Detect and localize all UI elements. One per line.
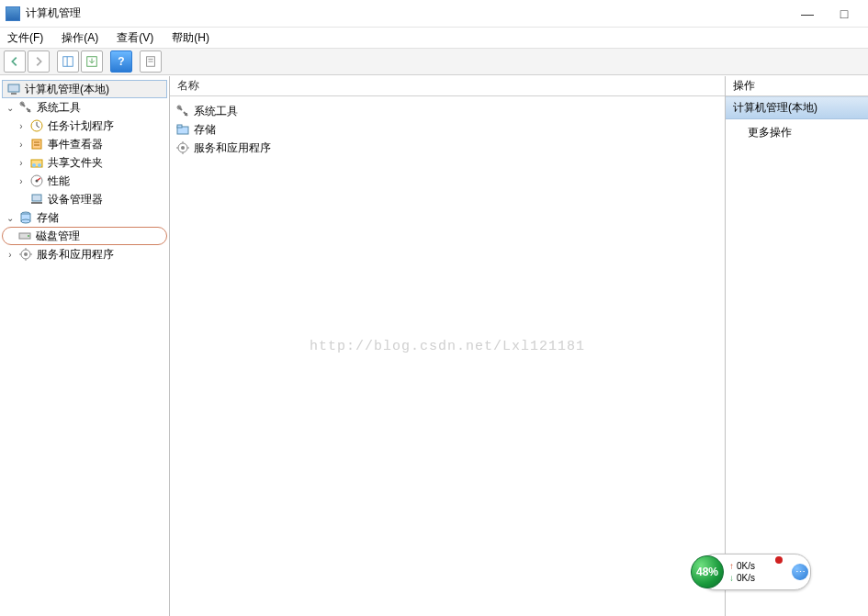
- widget-alert-dot: [775, 556, 783, 564]
- svg-rect-29: [185, 113, 187, 116]
- titlebar: 计算机管理 — □ ×: [0, 0, 868, 28]
- list-body: 系统工具 存储 服务和应用程序: [170, 96, 725, 162]
- storage-folder-icon: [175, 122, 190, 137]
- tree-storage-label: 存储: [37, 210, 59, 226]
- storage-icon: [18, 210, 33, 225]
- widget-percent-ball[interactable]: 48%: [691, 555, 724, 588]
- widget-expand-button[interactable]: ⋯: [792, 564, 808, 580]
- tree-event-viewer-label: 事件查看器: [48, 137, 103, 152]
- svg-rect-20: [31, 202, 42, 204]
- tree-disk-management-label: 磁盘管理: [36, 229, 80, 244]
- chevron-right-icon[interactable]: ›: [15, 156, 28, 169]
- svg-rect-7: [11, 93, 17, 95]
- services-icon: [18, 247, 33, 262]
- menu-help[interactable]: 帮助(H): [168, 28, 213, 48]
- performance-icon: [29, 174, 44, 188]
- toolbar-properties-button[interactable]: [140, 50, 162, 73]
- svg-point-15: [32, 163, 36, 167]
- chevron-right-icon[interactable]: ›: [15, 174, 28, 187]
- tree-task-scheduler[interactable]: › 任务计划程序: [2, 117, 167, 135]
- list-item-system-tools[interactable]: 系统工具: [174, 102, 721, 120]
- tree-pane: 计算机管理(本地) ⌄ 系统工具 › 任务计划程序 › 事件查看器 ›: [0, 76, 170, 616]
- device-icon: [29, 192, 44, 207]
- watermark: http://blog.csdn.net/Lxl121181: [310, 339, 585, 354]
- toolbar-export-button[interactable]: [81, 50, 103, 73]
- svg-point-33: [181, 146, 185, 150]
- svg-rect-9: [28, 109, 30, 112]
- list-item-storage[interactable]: 存储: [174, 120, 721, 139]
- disk-icon: [17, 229, 32, 243]
- list-item-label: 服务和应用程序: [194, 140, 271, 156]
- tree-services-apps[interactable]: › 服务和应用程序: [2, 245, 167, 263]
- chevron-right-icon[interactable]: ›: [15, 119, 28, 132]
- computer-icon: [6, 82, 21, 96]
- tree-storage[interactable]: ⌄ 存储: [2, 208, 167, 227]
- list-item-label: 系统工具: [194, 104, 238, 119]
- tools-icon: [175, 104, 190, 118]
- floating-network-widget[interactable]: 48% ↑0K/s ↓0K/s ⋯: [699, 554, 811, 590]
- widget-speeds: ↑0K/s ↓0K/s: [729, 560, 755, 584]
- window-title: 计算机管理: [26, 6, 81, 21]
- chevron-right-icon[interactable]: ›: [15, 138, 28, 151]
- tree-system-tools[interactable]: ⌄ 系统工具: [2, 98, 167, 117]
- tree-shared-folders-label: 共享文件夹: [48, 155, 103, 171]
- app-icon: [6, 6, 20, 21]
- svg-point-25: [28, 235, 29, 237]
- tools-icon: [18, 100, 33, 115]
- svg-point-16: [38, 163, 41, 167]
- chevron-right-icon[interactable]: ›: [4, 248, 17, 261]
- tree-performance-label: 性能: [48, 174, 70, 189]
- chevron-down-icon[interactable]: ⌄: [4, 101, 17, 114]
- toolbar-help-button[interactable]: ?: [110, 50, 132, 73]
- toolbar-forward-button[interactable]: [28, 50, 50, 73]
- tree-root[interactable]: 计算机管理(本地): [2, 80, 167, 98]
- svg-rect-19: [32, 195, 41, 201]
- menu-view[interactable]: 查看(V): [113, 28, 157, 48]
- svg-rect-6: [8, 84, 19, 92]
- list-item-label: 存储: [194, 122, 216, 138]
- tree-disk-management[interactable]: › 磁盘管理: [2, 227, 167, 245]
- menubar: 文件(F) 操作(A) 查看(V) 帮助(H): [0, 28, 868, 48]
- list-column-name[interactable]: 名称: [170, 76, 725, 96]
- event-icon: [29, 137, 44, 151]
- arrow-down-icon: ↓: [729, 572, 734, 584]
- chevron-down-icon[interactable]: ⌄: [4, 211, 17, 224]
- list-item-services-apps[interactable]: 服务和应用程序: [174, 139, 721, 157]
- tree-device-manager-label: 设备管理器: [48, 192, 103, 207]
- tree-shared-folders[interactable]: › 共享文件夹: [2, 153, 167, 172]
- share-icon: [29, 155, 44, 170]
- toolbar: ?: [0, 48, 868, 75]
- toolbar-panel-button[interactable]: [57, 50, 79, 73]
- content-area: 计算机管理(本地) ⌄ 系统工具 › 任务计划程序 › 事件查看器 ›: [0, 75, 868, 616]
- tree-event-viewer[interactable]: › 事件查看器: [2, 135, 167, 153]
- svg-point-23: [21, 219, 30, 223]
- widget-up-speed: 0K/s: [737, 560, 755, 572]
- actions-more[interactable]: 更多操作: [726, 119, 868, 146]
- actions-pane: 操作 计算机管理(本地) 更多操作: [726, 76, 868, 616]
- svg-point-18: [36, 180, 39, 183]
- toolbar-back-button[interactable]: [4, 50, 26, 73]
- list-pane: 名称 系统工具 存储 服务和应用程序 http://blog.cs: [170, 76, 726, 616]
- tree-services-apps-label: 服务和应用程序: [37, 247, 114, 263]
- maximize-button[interactable]: □: [826, 1, 862, 27]
- services-icon: [175, 140, 190, 155]
- tree-performance[interactable]: › 性能: [2, 172, 167, 190]
- tree-system-tools-label: 系统工具: [37, 100, 81, 116]
- arrow-up-icon: ↑: [729, 560, 734, 572]
- svg-rect-11: [32, 140, 41, 149]
- svg-rect-0: [63, 57, 73, 67]
- menu-file[interactable]: 文件(F): [4, 28, 47, 48]
- tree-root-label: 计算机管理(本地): [25, 82, 109, 97]
- svg-rect-31: [177, 125, 182, 128]
- widget-down-speed: 0K/s: [737, 572, 755, 584]
- tree-task-scheduler-label: 任务计划程序: [48, 118, 114, 134]
- svg-point-27: [24, 252, 28, 256]
- tree-device-manager[interactable]: › 设备管理器: [2, 190, 167, 208]
- clock-icon: [29, 118, 44, 133]
- actions-selected[interactable]: 计算机管理(本地): [726, 96, 868, 119]
- actions-header: 操作: [726, 76, 868, 96]
- minimize-button[interactable]: —: [789, 1, 826, 27]
- menu-action[interactable]: 操作(A): [58, 28, 102, 48]
